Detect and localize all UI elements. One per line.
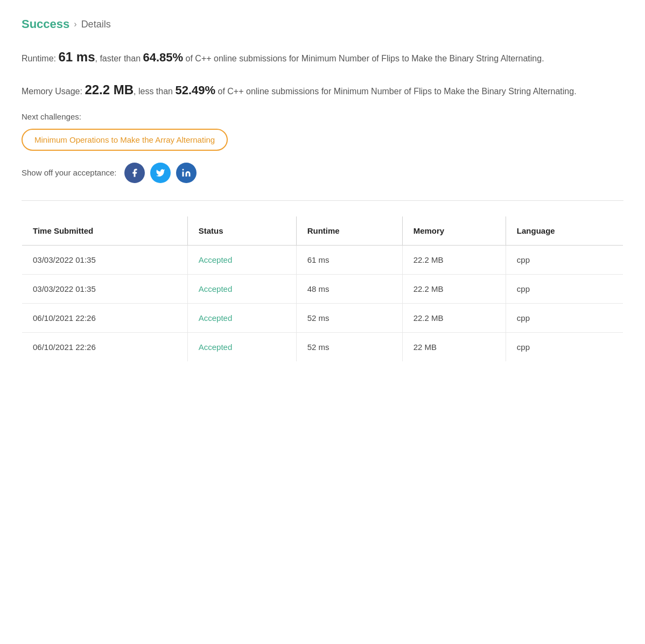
cell-memory: 22.2 MB <box>402 274 506 303</box>
cell-language: cpp <box>506 303 623 332</box>
cell-time: 03/03/2022 01:35 <box>22 245 188 274</box>
runtime-result: Runtime: 61 ms, faster than 64.85% of C+… <box>22 46 623 68</box>
cell-runtime: 52 ms <box>296 332 402 361</box>
runtime-value: 61 ms <box>58 50 95 64</box>
memory-value: 22.2 MB <box>85 82 134 97</box>
social-icons <box>124 163 197 183</box>
cell-time: 03/03/2022 01:35 <box>22 274 188 303</box>
runtime-prefix: Runtime: <box>22 54 58 63</box>
submissions-table: Time Submitted Status Runtime Memory Lan… <box>22 216 623 362</box>
col-header-runtime: Runtime <box>296 216 402 245</box>
success-label: Success <box>22 17 69 31</box>
table-row: 06/10/2021 22:26Accepted52 ms22.2 MBcpp <box>22 303 623 332</box>
cell-memory: 22.2 MB <box>402 303 506 332</box>
cell-language: cpp <box>506 274 623 303</box>
cell-memory: 22 MB <box>402 332 506 361</box>
cell-time: 06/10/2021 22:26 <box>22 303 188 332</box>
linkedin-icon[interactable] <box>176 163 197 183</box>
cell-memory: 22.2 MB <box>402 245 506 274</box>
cell-language: cpp <box>506 332 623 361</box>
col-header-memory: Memory <box>402 216 506 245</box>
cell-time: 06/10/2021 22:26 <box>22 332 188 361</box>
share-row: Show off your acceptance: <box>22 163 623 183</box>
section-divider <box>22 200 623 201</box>
runtime-suffix: of C++ online submissions for Minimum Nu… <box>183 54 544 63</box>
twitter-icon[interactable] <box>150 163 171 183</box>
table-row: 03/03/2022 01:35Accepted48 ms22.2 MBcpp <box>22 274 623 303</box>
memory-pct: 52.49% <box>175 83 215 97</box>
cell-status[interactable]: Accepted <box>187 303 296 332</box>
breadcrumb: Success › Details <box>22 17 623 31</box>
cell-language: cpp <box>506 245 623 274</box>
table-row: 03/03/2022 01:35Accepted61 ms22.2 MBcpp <box>22 245 623 274</box>
cell-runtime: 48 ms <box>296 274 402 303</box>
col-header-time: Time Submitted <box>22 216 188 245</box>
memory-result: Memory Usage: 22.2 MB, less than 52.49% … <box>22 79 623 101</box>
col-header-language: Language <box>506 216 623 245</box>
details-link[interactable]: Details <box>81 19 111 30</box>
next-challenges-label: Next challenges: <box>22 112 623 121</box>
cell-status[interactable]: Accepted <box>187 274 296 303</box>
share-label: Show off your acceptance: <box>22 168 117 177</box>
runtime-pct: 64.85% <box>143 51 183 64</box>
cell-status[interactable]: Accepted <box>187 245 296 274</box>
cell-runtime: 61 ms <box>296 245 402 274</box>
svg-point-0 <box>182 169 184 170</box>
cell-status[interactable]: Accepted <box>187 332 296 361</box>
memory-suffix: of C++ online submissions for Minimum Nu… <box>215 87 577 96</box>
table-row: 06/10/2021 22:26Accepted52 ms22 MBcpp <box>22 332 623 361</box>
facebook-icon[interactable] <box>124 163 145 183</box>
col-header-status: Status <box>187 216 296 245</box>
cell-runtime: 52 ms <box>296 303 402 332</box>
memory-prefix: Memory Usage: <box>22 87 85 96</box>
runtime-middle: , faster than <box>95 54 143 63</box>
challenge-button[interactable]: Minimum Operations to Make the Array Alt… <box>22 129 228 151</box>
memory-middle: , less than <box>134 87 175 96</box>
breadcrumb-separator: › <box>74 19 76 29</box>
